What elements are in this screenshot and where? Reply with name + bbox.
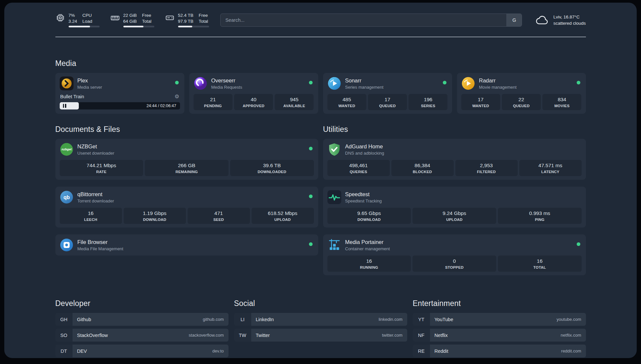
overseerr-card: Overseerr Media Requests 21PENDING 40APP… bbox=[189, 73, 318, 114]
weather-widget[interactable]: Lviv, 16.87°C scattered clouds bbox=[535, 15, 586, 26]
bookmark-linkedin[interactable]: LI LinkedInlinkedin.com bbox=[234, 313, 407, 326]
adguard-stat-filtered: 2,953FILTERED bbox=[455, 160, 518, 176]
qbittorrent-link[interactable]: qb qBittorrent Torrent downloader bbox=[60, 190, 314, 204]
radarr-link[interactable]: Radarr Movie management bbox=[461, 76, 582, 90]
memory-progress-track bbox=[123, 26, 154, 27]
speedtest-link[interactable]: Speedtest Speedtest Tracking bbox=[327, 190, 582, 204]
stackoverflow-abbr: SO bbox=[55, 329, 73, 342]
speedtest-subtitle: Speedtest Tracking bbox=[345, 198, 382, 203]
bookmark-youtube[interactable]: YT YouTubeyoutube.com bbox=[413, 313, 586, 326]
plex-gear-icon[interactable]: ⚙ bbox=[174, 93, 179, 100]
portainer-subtitle: Container management bbox=[345, 246, 390, 251]
memory-free-value: 22 GiB bbox=[123, 13, 137, 18]
filebrowser-subtitle: Media File Management bbox=[77, 246, 123, 251]
disk-progress-fill bbox=[178, 26, 192, 27]
youtube-domain: youtube.com bbox=[557, 317, 581, 322]
twitter-abbr: TW bbox=[234, 329, 251, 342]
weather-condition: scattered clouds bbox=[553, 21, 586, 26]
twitter-name: Twitter bbox=[256, 333, 270, 338]
adguard-stat-queries: 498,461QUERIES bbox=[327, 160, 390, 176]
nzbget-stat-downloaded: 39.6 TBDOWNLOADED bbox=[230, 160, 314, 176]
radarr-stat-wanted: 17WANTED bbox=[461, 94, 500, 110]
nzbget-card: nzbget NZBGet Usenet downloader 744.21 M… bbox=[55, 139, 318, 180]
memory-total-label: Total bbox=[142, 18, 152, 24]
speedtest-stat-ping: 0.993 msPING bbox=[498, 208, 582, 224]
disk-icon bbox=[165, 13, 175, 23]
search-input[interactable] bbox=[221, 17, 507, 23]
qbittorrent-subtitle: Torrent downloader bbox=[77, 198, 114, 203]
youtube-abbr: YT bbox=[413, 313, 430, 326]
cpu-progress-fill bbox=[69, 26, 90, 27]
sonarr-link[interactable]: Sonarr Series management bbox=[327, 76, 448, 90]
adguard-stat-latency: 47.571 msLATENCY bbox=[519, 160, 582, 176]
memory-total-value: 64 GiB bbox=[123, 18, 137, 24]
overseerr-stat-pending: 21PENDING bbox=[194, 94, 232, 110]
adguard-title: AdGuard Home bbox=[345, 143, 384, 150]
sonarr-icon bbox=[327, 76, 341, 90]
overseerr-status-dot bbox=[309, 81, 313, 84]
qbittorrent-stat-download: 1.19 GbpsDOWNLOAD bbox=[124, 208, 186, 224]
documents-section-heading: Documents & Files bbox=[55, 125, 318, 134]
plex-pause-button[interactable] bbox=[63, 104, 66, 108]
adguard-link[interactable]: AdGuard Home DNS and adblocking bbox=[327, 142, 582, 156]
memory-free-label: Free bbox=[142, 13, 152, 18]
nzbget-link[interactable]: nzbget NZBGet Usenet downloader bbox=[60, 142, 314, 156]
cpu-value: 7% bbox=[69, 13, 77, 18]
bookmark-reddit[interactable]: RE Redditreddit.com bbox=[413, 345, 586, 357]
bookmark-dev[interactable]: DT DEVdev.to bbox=[55, 345, 229, 357]
bookmark-stackoverflow[interactable]: SO StackOverflowstackoverflow.com bbox=[55, 329, 229, 342]
filebrowser-status-dot bbox=[309, 242, 313, 246]
adguard-card: AdGuard Home DNS and adblocking 498,461Q… bbox=[323, 139, 586, 180]
plex-progress-fill bbox=[60, 102, 79, 109]
bookmark-netflix[interactable]: NF Netflixnetflix.com bbox=[413, 329, 586, 342]
disk-free-value: 52.4 TB bbox=[178, 13, 194, 18]
dev-abbr: DT bbox=[55, 345, 73, 357]
sonarr-stat-queued: 17QUEUED bbox=[368, 94, 407, 110]
search-bar: G bbox=[220, 14, 522, 27]
linkedin-abbr: LI bbox=[234, 313, 251, 326]
plex-now-playing: Bullet Train bbox=[60, 94, 84, 99]
speedtest-card: Speedtest Speedtest Tracking 9.65 GbpsDO… bbox=[323, 187, 586, 228]
github-domain: github.com bbox=[203, 317, 224, 322]
nzbget-stat-remaining: 266 GBREMAINING bbox=[145, 160, 229, 176]
sonarr-stat-wanted: 485WANTED bbox=[327, 94, 366, 110]
filebrowser-link[interactable]: File Browser Media File Management bbox=[60, 238, 314, 252]
netflix-abbr: NF bbox=[413, 329, 430, 342]
plex-progress-bar[interactable]: 24:44 / 02:06:47 bbox=[60, 102, 180, 109]
developer-heading: Developer bbox=[55, 299, 229, 308]
portainer-link[interactable]: Media Portainer Container management bbox=[327, 238, 582, 252]
resource-widgets: 7%3.24 CPULoad 22 GiB64 GiB FreeTotal bbox=[55, 13, 209, 27]
memory-widget: 22 GiB64 GiB FreeTotal bbox=[110, 13, 154, 27]
bookmark-github[interactable]: GH Githubgithub.com bbox=[55, 313, 229, 326]
sonarr-card: Sonarr Series management 485WANTED 17QUE… bbox=[323, 73, 452, 114]
linkedin-name: LinkedIn bbox=[256, 317, 274, 322]
twitter-domain: twitter.com bbox=[382, 333, 402, 338]
github-name: Github bbox=[77, 317, 91, 322]
bookmark-twitter[interactable]: TW Twittertwitter.com bbox=[234, 329, 407, 342]
qbittorrent-stat-leech: 16LEECH bbox=[60, 208, 122, 224]
qbittorrent-title: qBittorrent bbox=[77, 191, 114, 197]
cpu-load-label: Load bbox=[82, 18, 92, 24]
svg-text:qb: qb bbox=[63, 195, 70, 200]
plex-link[interactable]: Plex Media server bbox=[60, 76, 180, 90]
qbittorrent-card: qb qBittorrent Torrent downloader 16LEEC… bbox=[55, 187, 318, 228]
cpu-label: CPU bbox=[82, 13, 92, 18]
sonarr-stat-series: 196SERIES bbox=[409, 94, 447, 110]
plex-icon bbox=[60, 76, 74, 90]
overseerr-stat-approved: 40APPROVED bbox=[234, 94, 273, 110]
radarr-stat-movies: 834MOVIES bbox=[542, 94, 581, 110]
radarr-icon bbox=[461, 76, 475, 90]
linkedin-domain: linkedin.com bbox=[379, 317, 402, 322]
memory-icon bbox=[110, 13, 120, 23]
radarr-title: Radarr bbox=[479, 77, 517, 84]
speedtest-stat-upload: 9.24 GbpsUPLOAD bbox=[412, 208, 496, 224]
qbittorrent-stat-upload: 618.52 MbpsUPLOAD bbox=[252, 208, 314, 224]
cpu-progress-track bbox=[69, 26, 100, 27]
reddit-name: Reddit bbox=[435, 349, 448, 354]
cpu-widget: 7%3.24 CPULoad bbox=[55, 13, 100, 27]
search-engine-button[interactable]: G bbox=[506, 14, 522, 26]
overseerr-link[interactable]: Overseerr Media Requests bbox=[194, 76, 314, 90]
plex-title: Plex bbox=[77, 77, 102, 84]
stackoverflow-domain: stackoverflow.com bbox=[189, 333, 224, 338]
entertainment-heading: Entertainment bbox=[413, 299, 586, 308]
